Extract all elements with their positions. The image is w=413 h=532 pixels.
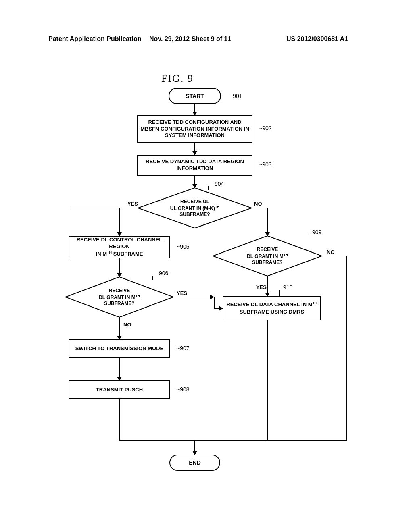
connector: [69, 208, 138, 208]
arrow: [194, 143, 195, 155]
arrow: [194, 440, 195, 455]
header-right: US 2012/0300681 A1: [286, 35, 348, 43]
box-910-text: RECEIVE DL DATA CHANNEL IN MTH SUBFRAME …: [226, 301, 317, 315]
box-902-text: RECEIVE TDD CONFIGURATION AND MBSFN CONF…: [140, 119, 249, 139]
ref-905: ~905: [177, 243, 190, 250]
arrow: [267, 208, 268, 236]
start-label: START: [186, 93, 204, 99]
yes-label-909: YES: [256, 284, 267, 290]
arrow: [194, 104, 195, 115]
arrow: [267, 276, 268, 296]
decision-909-text: RECEIVE DL GRANT IN MTH SUBFRAME?: [247, 247, 288, 266]
header-mid: Nov. 29, 2012 Sheet 9 of 11: [149, 35, 231, 43]
ref-907: ~907: [177, 345, 190, 351]
ref-leader: [208, 186, 209, 190]
box-905: RECEIVE DL CONTROL CHANNEL REGION IN MTH…: [69, 236, 170, 258]
arrow: [173, 297, 214, 297]
box-905-text: RECEIVE DL CONTROL CHANNEL REGION IN MTH…: [72, 237, 167, 258]
ref-901: ~901: [229, 93, 242, 99]
connector: [267, 320, 268, 441]
ref-909: 909: [312, 229, 321, 235]
connector: [119, 440, 347, 441]
connector: [252, 208, 268, 208]
decision-906-text: RECEIVE DL GRANT IN MTH SUBFRAME?: [99, 288, 140, 307]
ref-903: ~903: [259, 161, 272, 168]
box-902: RECEIVE TDD CONFIGURATION AND MBSFN CONF…: [137, 115, 252, 143]
connector: [214, 297, 215, 309]
ref-leader: [152, 276, 153, 280]
start-terminator: START: [169, 88, 221, 104]
decision-904-text: RECEIVE UL UL GRANT IN (M-K)TH SUBFRAME?: [170, 199, 219, 218]
box-907-text: SWITCH TO TRANSMISSION MODE: [75, 345, 164, 352]
header-left: Patent Application Publication: [48, 35, 142, 43]
ref-910: 910: [283, 284, 292, 291]
ref-leader: [279, 290, 280, 296]
ref-leader: [307, 235, 307, 239]
connector: [346, 256, 347, 441]
arrow: [194, 176, 195, 188]
connector: [119, 399, 120, 441]
flowchart: FIG. 9 START ~901 RECEIVE TDD CONFIGURAT…: [0, 60, 413, 512]
end-label: END: [189, 459, 201, 466]
ref-908: ~908: [177, 386, 190, 393]
box-903-text: RECEIVE DYNAMIC TDD DATA REGION INFORMAT…: [140, 158, 249, 172]
connector: [322, 256, 347, 256]
ref-904: 904: [215, 181, 224, 187]
end-terminator: END: [169, 455, 220, 471]
box-907: SWITCH TO TRANSMISSION MODE: [69, 339, 170, 358]
arrow: [119, 317, 120, 339]
no-label-906: NO: [123, 322, 131, 328]
no-label-904: NO: [254, 201, 262, 207]
ref-906: 906: [159, 270, 168, 276]
box-908-text: TRANSMIT PUSCH: [96, 387, 143, 393]
arrow: [119, 258, 120, 277]
box-908: TRANSMIT PUSCH: [69, 380, 170, 399]
yes-label-906: YES: [177, 290, 187, 296]
arrow: [119, 358, 120, 380]
box-910: RECEIVE DL DATA CHANNEL IN MTH SUBFRAME …: [223, 296, 321, 320]
figure-title: FIG. 9: [161, 73, 194, 85]
yes-label-904: YES: [127, 201, 138, 207]
arrow: [214, 308, 223, 309]
no-label-909: NO: [327, 249, 335, 255]
box-903: RECEIVE DYNAMIC TDD DATA REGION INFORMAT…: [137, 155, 252, 176]
ref-902: ~902: [259, 125, 272, 131]
arrow: [119, 208, 120, 236]
